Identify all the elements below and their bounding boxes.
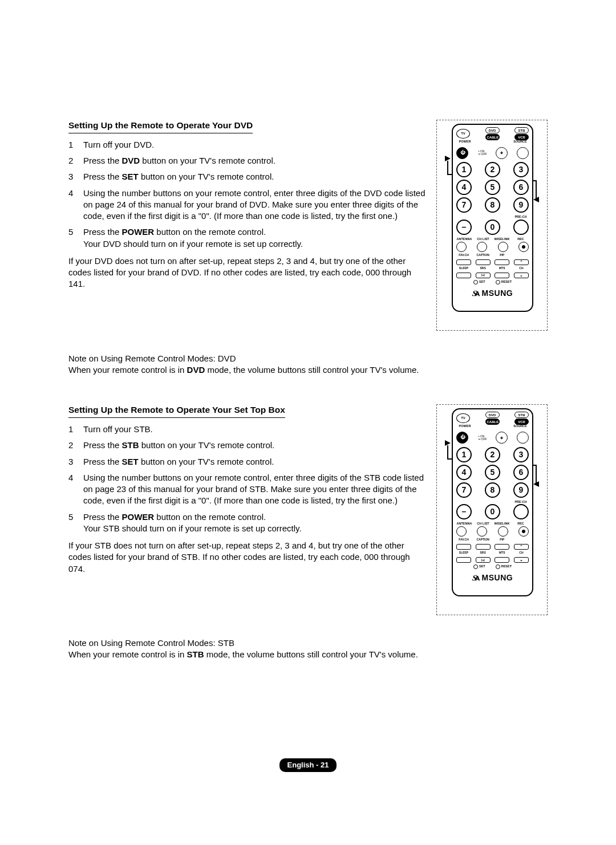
sleep-button <box>456 273 471 278</box>
num-1-button: 1 <box>456 447 472 462</box>
step-num: 4 <box>68 188 83 222</box>
note-body: When your remote control is in STB mode,… <box>68 649 426 660</box>
prech-button <box>513 220 529 235</box>
pip-button <box>495 259 509 265</box>
reset-label: RESET <box>496 564 512 569</box>
page-footer: English - 21 <box>0 758 616 772</box>
set-label: SET <box>473 564 485 569</box>
stb-mode-button: STB <box>514 127 529 133</box>
note-block: Note on Using Remote Control Modes: DVD … <box>68 353 426 376</box>
num-7-button: 7 <box>456 482 472 498</box>
cable-mode-button: CABLE <box>485 419 500 425</box>
num-3-button: 3 <box>513 162 529 177</box>
num-8-button: 8 <box>485 197 500 213</box>
wiselink-button <box>498 526 508 537</box>
vcr-mode-button: VCR <box>514 134 529 140</box>
arrow-line <box>536 180 537 200</box>
tv-indicator-button: ⌖ <box>496 147 508 159</box>
steps-list: 1Turn off your STB. 2Press the STB butto… <box>68 424 426 534</box>
set-label: SET <box>473 280 485 285</box>
step-num: 2 <box>68 440 83 451</box>
step-text: Press the SET button on your TV's remote… <box>83 456 426 468</box>
step-num: 2 <box>68 155 83 166</box>
num-4-button: 4 <box>456 465 472 480</box>
sleep-button <box>456 557 471 563</box>
step-num: 1 <box>68 424 83 435</box>
tv-indicator-button: ⌖ <box>496 432 508 444</box>
power-label: POWER <box>456 424 473 428</box>
ch-down-button: ⌄ <box>514 557 529 563</box>
num-2-button: 2 <box>485 447 500 462</box>
num-2-button: 2 <box>485 162 500 177</box>
page-number-badge: English - 21 <box>279 758 337 772</box>
remote-diagram-col: TV DVD CABLE STB VCR POWER SOURCE <box>436 120 548 376</box>
num-5-button: 5 <box>485 465 500 480</box>
text-column: Setting Up the Remote to Operate Your DV… <box>68 120 426 376</box>
step-text: Press the POWER button on the remote con… <box>83 511 426 535</box>
tv-mode-button: TV <box>456 129 470 139</box>
num-3-button: 3 <box>513 447 529 462</box>
pip-label: PIP <box>495 253 509 257</box>
wiselink-label: WISELINK <box>494 522 510 526</box>
note-block: Note on Using Remote Control Modes: STB … <box>68 637 426 661</box>
step-text: Press the STB button on your TV's remote… <box>83 440 426 451</box>
section-heading: Setting Up the Remote to Operate Your DV… <box>68 120 253 133</box>
stb-mode-button: STB <box>514 412 529 418</box>
step-num: 3 <box>68 456 83 468</box>
caption-button <box>476 544 491 550</box>
num-0-button: 0 <box>485 504 500 519</box>
favch-button <box>456 544 471 550</box>
ch-label: CH <box>514 266 529 270</box>
brand-logo: SᴀMSUNG <box>456 288 529 299</box>
wiselink-button <box>498 242 508 252</box>
source-button <box>517 432 529 444</box>
pip-label: PIP <box>495 538 509 542</box>
antenna-label: ANTENNA <box>456 237 472 241</box>
source-label: SOURCE <box>512 424 529 428</box>
sleep-label: SLEEP <box>456 266 471 270</box>
wiselink-label: WISELINK <box>494 237 510 241</box>
cable-mode-button: CABLE <box>485 134 500 140</box>
ch-up-button: ⌃ <box>514 259 529 265</box>
minus-button: – <box>456 220 472 235</box>
antenna-button <box>456 526 467 537</box>
remote-body: TV DVD CABLE STB VCR POWER SOURCE <box>452 408 533 596</box>
caption-label: CAPTION <box>476 253 491 257</box>
favch-button <box>456 259 471 265</box>
dvd-mode-button: DVD <box>485 412 500 418</box>
mts-button <box>495 557 509 563</box>
arrow-line <box>536 465 537 484</box>
antenna-label: ANTENNA <box>456 522 472 526</box>
chlist-label: CH LIST <box>475 522 491 526</box>
srs-label: SRS <box>476 551 491 555</box>
chlist-label: CH LIST <box>475 237 491 241</box>
caption-button <box>476 259 491 265</box>
arrow-line <box>447 161 448 174</box>
number-pad: 1 2 3 4 5 6 7 8 9 <box>456 162 529 234</box>
prech-button <box>513 504 529 519</box>
followup-text: If your STB does not turn on after set-u… <box>68 540 426 575</box>
num-9-button: 9 <box>513 482 529 498</box>
source-button <box>517 147 529 159</box>
step-text: Press the SET button on your TV's remote… <box>83 171 426 182</box>
rec-button <box>518 242 529 252</box>
note-title: Note on Using Remote Control Modes: STB <box>68 637 426 649</box>
minus-button: – <box>456 504 472 519</box>
step-text: Press the DVD button on your TV's remote… <box>83 155 426 166</box>
ch-down-button: ⌄ <box>514 273 529 278</box>
srs-button: (●) <box>476 273 491 278</box>
brand-logo: SᴀMSUNG <box>456 572 529 584</box>
num-0-button: 0 <box>485 220 500 235</box>
step-text: Turn off your DVD. <box>83 139 426 151</box>
section-stb: Setting Up the Remote to Operate Your Se… <box>68 404 548 660</box>
remote-diagram: TV DVD CABLE STB VCR POWER SOURCE <box>436 404 548 615</box>
rec-button <box>518 526 529 537</box>
pip-button <box>495 544 509 550</box>
favch-label: FAV.CH <box>456 538 471 542</box>
remote-diagram-col: TV DVD CABLE STB VCR POWER SOURCE <box>436 404 548 660</box>
remote-diagram: TV DVD CABLE STB VCR POWER SOURCE <box>436 120 548 331</box>
mts-button <box>495 273 509 278</box>
steps-list: 1Turn off your DVD. 2Press the DVD butto… <box>68 139 426 250</box>
text-column: Setting Up the Remote to Operate Your Se… <box>68 404 426 660</box>
rec-label: REC <box>513 522 529 526</box>
